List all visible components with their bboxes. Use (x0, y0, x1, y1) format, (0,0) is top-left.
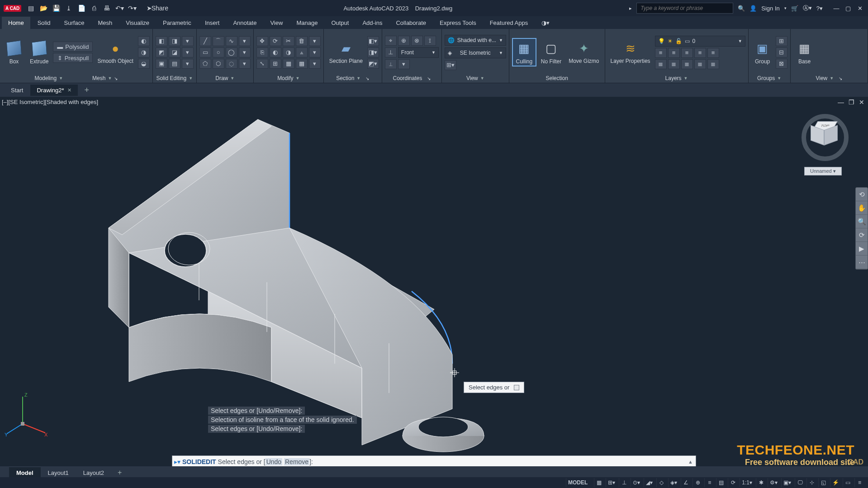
se2[interactable]: ◨ (169, 36, 180, 46)
mesh-btn-2[interactable]: ◑ (138, 47, 150, 57)
coordinates-front-dropdown[interactable]: Front▼ (398, 47, 439, 58)
d4[interactable]: ▾ (239, 36, 251, 46)
d7[interactable]: ◯ (226, 47, 237, 57)
layout-add-button[interactable]: + (111, 469, 128, 477)
v1[interactable]: ⊞▾ (445, 60, 456, 70)
d9[interactable]: ⬠ (199, 59, 211, 69)
l3[interactable]: ≡ (681, 48, 693, 58)
ucs-icon[interactable]: Z X Y (5, 392, 50, 437)
sec1[interactable]: ◧▾ (367, 36, 379, 46)
sec2[interactable]: ◨▾ (367, 47, 379, 57)
tab-visualize[interactable]: Visualize (119, 17, 156, 29)
nofilter-button[interactable]: ▢ No Filter (538, 39, 564, 66)
d1[interactable]: ╱ (199, 36, 211, 46)
culling-button[interactable]: ▦ Culling (512, 38, 536, 66)
layout-2[interactable]: Layout2 (76, 467, 111, 479)
tab-collaborate[interactable]: Collaborate (389, 17, 432, 29)
vp-minimize-icon[interactable]: — (838, 99, 844, 106)
m13[interactable]: ▦ (283, 59, 294, 69)
vp-close-icon[interactable]: ✕ (859, 99, 864, 106)
status-units-icon[interactable]: ⊹ (806, 478, 816, 487)
mesh-btn-3[interactable]: ◒ (138, 59, 150, 69)
tab-home[interactable]: Home (2, 17, 30, 29)
presspull-button[interactable]: ⇕Presspull (53, 53, 93, 63)
user-icon[interactable]: 👤 (749, 5, 757, 12)
l5[interactable]: ≡ (707, 48, 719, 58)
d8[interactable]: ▾ (239, 47, 251, 57)
m1[interactable]: ✥ (256, 36, 268, 46)
m14[interactable]: ▩ (296, 59, 308, 69)
smooth-object-button[interactable]: ● Smooth Object (95, 39, 136, 65)
se9[interactable]: ▾ (182, 59, 194, 69)
m10[interactable]: ▾ (309, 47, 321, 57)
status-model[interactable]: MODEL (566, 478, 589, 487)
status-clean-icon[interactable]: ▭ (843, 478, 853, 487)
m12[interactable]: ⊞ (270, 59, 281, 69)
g2[interactable]: ⊟ (776, 47, 787, 57)
m9[interactable]: ⟁ (296, 47, 308, 57)
status-otrack-icon[interactable]: ∠ (681, 478, 691, 487)
status-3dosnap-icon[interactable]: ◈▾ (668, 478, 679, 487)
nav-more-icon[interactable]: ⋯ (856, 256, 868, 269)
l4[interactable]: ≡ (694, 48, 706, 58)
d11[interactable]: ◌ (226, 59, 237, 69)
m5[interactable]: ▾ (309, 36, 321, 46)
m11[interactable]: ⤡ (256, 59, 268, 69)
m3[interactable]: ✂ (283, 36, 294, 46)
d12[interactable]: ▾ (239, 59, 251, 69)
l6[interactable]: ≣ (655, 59, 667, 69)
panel-viewbase-title[interactable]: View▼↘ (793, 74, 865, 83)
move-gizmo-button[interactable]: ✦ Move Gizmo (566, 39, 602, 65)
se3[interactable]: ▾ (182, 36, 194, 46)
maximize-icon[interactable]: ▢ (844, 5, 853, 12)
redo-icon[interactable]: ↷▾ (128, 4, 136, 12)
se5[interactable]: ◪ (169, 47, 180, 57)
status-dyninput-icon[interactable]: ⊕ (693, 478, 702, 487)
status-gear-icon[interactable]: ⚙▾ (768, 478, 779, 487)
c3[interactable]: ⊗ (411, 36, 423, 46)
new-icon[interactable]: ▤ (27, 4, 35, 12)
tab-insert[interactable]: Insert (199, 17, 226, 29)
status-isodraft-icon[interactable]: ◢▾ (644, 478, 655, 487)
layer-properties-button[interactable]: ≋ Layer Properties (608, 39, 653, 65)
tab-view[interactable]: View (264, 17, 289, 29)
viewcube-ucs-tag[interactable]: Unnamed ▾ (804, 167, 842, 175)
d2[interactable]: ⌒ (213, 36, 224, 46)
tab-solid[interactable]: Solid (31, 17, 57, 29)
g1[interactable]: ⊞ (776, 36, 787, 46)
status-customize-icon[interactable]: ≡ (854, 478, 864, 487)
m4[interactable]: 🗑 (296, 36, 308, 46)
m15[interactable]: ▾ (309, 59, 321, 69)
c5[interactable]: ⊥ (385, 47, 397, 57)
group-button[interactable]: ▣ Group (751, 39, 774, 66)
status-workspace-icon[interactable]: ▣▾ (781, 478, 793, 487)
panel-layers-title[interactable]: Layers▼ (608, 74, 745, 83)
panel-section-title[interactable]: Section▼↘ (327, 74, 379, 83)
se4[interactable]: ◩ (156, 47, 167, 57)
tab-annotate[interactable]: Annotate (227, 17, 263, 29)
panel-launcher-icon-2[interactable]: ↘ (365, 76, 369, 81)
search-expand-icon[interactable]: ▸ (629, 5, 632, 11)
se8[interactable]: ▤ (169, 59, 180, 69)
cmd-undo-option[interactable]: Undo (266, 458, 282, 465)
start-tab[interactable]: Start (5, 85, 29, 96)
panel-selection-title[interactable]: Selection (512, 74, 602, 83)
autodesk-apps-icon[interactable]: Ⓐ▾ (803, 4, 812, 12)
section-plane-button[interactable]: ▰ Section Plane (327, 39, 365, 65)
tab-parametric[interactable]: Parametric (157, 17, 198, 29)
c6[interactable]: ⟂ (385, 59, 397, 69)
print-icon[interactable]: 🖶 (103, 4, 111, 12)
tab-manage[interactable]: Manage (290, 17, 324, 29)
layout-model[interactable]: Model (9, 467, 41, 479)
nav-orbit-icon[interactable]: ⟳ (856, 228, 868, 242)
status-ortho-icon[interactable]: ⊥ (619, 478, 629, 487)
panel-launcher-icon-3[interactable]: ↘ (427, 76, 431, 81)
tab-expresstools[interactable]: Express Tools (433, 17, 483, 29)
status-annoscale[interactable]: 1:1▾ (740, 478, 754, 487)
panel-groups-title[interactable]: Groups▼ (751, 74, 787, 83)
tab-extra-icon[interactable]: ◑▾ (535, 17, 556, 29)
layer-dropdown[interactable]: 💡☀🔓▭0▼ (655, 36, 745, 47)
panel-modify-title[interactable]: Modify▼ (256, 74, 321, 83)
help-icon[interactable]: ?▾ (816, 5, 823, 12)
se7[interactable]: ▣ (156, 59, 167, 69)
